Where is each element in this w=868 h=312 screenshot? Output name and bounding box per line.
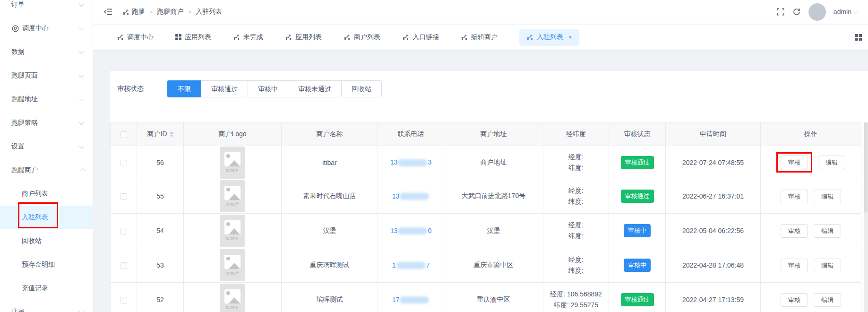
column-header: 审核状态 <box>609 122 666 146</box>
merchant-logo-placeholder: 暂无图片 <box>220 147 245 179</box>
lat-lng: 经度: 106.568892纬度: 29.55275 <box>543 283 609 312</box>
merchant-id: 52 <box>137 283 184 312</box>
column-header: 商户Logo <box>184 122 282 146</box>
sidebar-item-errand-merchants[interactable]: 跑腿商户 <box>0 158 93 182</box>
location-icon <box>11 25 19 33</box>
refresh-icon[interactable] <box>792 8 801 16</box>
scooter-icon <box>117 34 124 41</box>
edit-button[interactable]: 编辑 <box>814 293 841 307</box>
apply-time: 2022-04-28 17:06:48 <box>666 248 761 283</box>
column-header: 商户ID <box>147 130 167 139</box>
tab-entry-list-active[interactable]: 入驻列表 × <box>519 29 579 46</box>
merchant-logo-placeholder: 暂无图片 <box>220 215 245 247</box>
status-badge: 审核通过 <box>621 190 654 203</box>
top-header: 跑腿 > 跑腿商户 > 入驻列表 admin <box>93 0 868 24</box>
tab-options-icon[interactable] <box>855 34 862 41</box>
column-header: 操作 <box>761 122 861 146</box>
close-icon[interactable]: × <box>568 34 572 41</box>
avatar[interactable] <box>808 3 826 21</box>
filter-button-rejected[interactable]: 审核未通过 <box>288 80 342 97</box>
filter-button-approved[interactable]: 审核通过 <box>201 80 248 97</box>
tab-app-list-2[interactable]: 应用列表 <box>285 33 322 42</box>
tab-app-list-1[interactable]: 应用列表 <box>175 33 211 42</box>
tab-bar: 调度中心 应用列表 未完成 应用列表 商户列表 入口链接 编辑商户 <box>93 25 868 50</box>
sidebar-item-orders[interactable]: 订单 <box>0 0 93 17</box>
filter-button-recycle[interactable]: 回收站 <box>341 80 382 97</box>
menu-fold-icon[interactable] <box>103 8 113 16</box>
scooter-icon <box>402 34 409 41</box>
table-scrollbar[interactable] <box>864 122 868 312</box>
merchant-table: 商户ID 商户Logo 商户名称 联系电话 商户地址 经纬度 审核状态 申请时间… <box>110 122 861 312</box>
sidebar-item-errand-pages[interactable]: 跑腿页面 <box>0 64 93 87</box>
chevron-up-icon <box>80 168 86 173</box>
status-badge: 审核通过 <box>621 156 654 169</box>
sidebar-item-recharge-records[interactable]: 充值记录 <box>0 277 93 300</box>
review-button[interactable]: 审核 <box>781 293 808 307</box>
phone-link[interactable]: 17 <box>392 296 430 303</box>
merchant-name: 汉堡 <box>282 214 378 248</box>
tab-dispatch-center[interactable]: 调度中心 <box>117 33 154 42</box>
filter-button-reviewing[interactable]: 审核中 <box>248 80 288 97</box>
merchant-id: 55 <box>137 179 184 214</box>
edit-button[interactable]: 编辑 <box>818 156 845 169</box>
sidebar-item-entry-list[interactable]: 入驻列表 <box>0 206 93 229</box>
row-checkbox[interactable] <box>120 228 127 234</box>
sidebar-item-settings[interactable]: 设置 <box>0 135 93 158</box>
merchant-logo-placeholder: 暂无图片 <box>220 180 245 212</box>
merchant-logo-placeholder: 暂无图片 <box>220 284 245 312</box>
image-icon <box>224 289 241 303</box>
column-header: 经纬度 <box>543 122 609 146</box>
sidebar-item-staff[interactable]: 店员 <box>0 300 93 312</box>
blurred-digits <box>400 193 429 200</box>
sidebar-item-merchant-list[interactable]: 商户列表 <box>0 182 93 206</box>
tab-merchant-list[interactable]: 商户列表 <box>344 33 380 42</box>
user-menu[interactable]: admin <box>834 8 858 16</box>
review-button[interactable]: 审核 <box>781 259 808 272</box>
filter-button-all[interactable]: 不限 <box>167 80 201 97</box>
review-button[interactable]: 审核 <box>781 190 808 203</box>
sidebar-item-dispatch-center[interactable]: 调度中心 <box>0 17 93 40</box>
blurred-digits <box>398 159 427 166</box>
select-all-checkbox[interactable] <box>120 131 127 138</box>
phone-link[interactable]: 13 <box>392 192 430 200</box>
row-checkbox[interactable] <box>120 160 127 166</box>
scooter-icon <box>285 34 292 41</box>
tab-unfinished[interactable]: 未完成 <box>233 33 263 42</box>
review-button[interactable]: 审核 <box>781 224 808 238</box>
sidebar-item-data[interactable]: 数据 <box>0 40 93 64</box>
phone-link[interactable]: 130 <box>390 227 431 234</box>
row-checkbox[interactable] <box>120 193 127 200</box>
tab-edit-merchant[interactable]: 编辑商户 <box>461 33 498 42</box>
tab-entry-link[interactable]: 入口链接 <box>402 33 439 42</box>
row-checkbox[interactable] <box>120 262 127 269</box>
phone-link[interactable]: 133 <box>390 158 431 166</box>
sidebar-item-deposit-details[interactable]: 预存金明细 <box>0 253 93 277</box>
phone-link[interactable]: 17 <box>392 261 430 269</box>
edit-button[interactable]: 编辑 <box>814 190 841 203</box>
apply-time: 2022-04-27 17:13:59 <box>666 283 761 312</box>
sort-icon[interactable] <box>170 131 173 137</box>
breadcrumb-separator: > <box>149 9 153 16</box>
blurred-digits <box>396 262 426 269</box>
sidebar-item-errand-address[interactable]: 跑腿地址 <box>0 87 93 111</box>
breadcrumb: 跑腿 > 跑腿商户 > 入驻列表 <box>122 8 222 16</box>
scrollbar-thumb[interactable] <box>864 122 868 212</box>
row-checkbox[interactable] <box>120 297 127 303</box>
merchant-id: 56 <box>137 146 184 179</box>
fullscreen-icon[interactable] <box>776 8 785 16</box>
table-header-row: 商户ID 商户Logo 商户名称 联系电话 商户地址 经纬度 审核状态 申请时间… <box>111 122 861 146</box>
sidebar-item-errand-strategy[interactable]: 跑腿策略 <box>0 111 93 135</box>
merchant-name: itibar <box>282 146 378 179</box>
breadcrumb-section[interactable]: 跑腿商户 <box>157 8 184 16</box>
apply-time: 2022-05-04 06:22:56 <box>666 214 761 248</box>
merchant-name: 重庆瑸晖测试 <box>282 248 378 283</box>
breadcrumb-current: 入驻列表 <box>196 8 222 16</box>
breadcrumb-root[interactable]: 跑腿 <box>122 8 145 16</box>
merchant-address: 大武口前进北路170号 <box>444 179 543 214</box>
sidebar-item-recycle-bin[interactable]: 回收站 <box>0 229 93 253</box>
edit-button[interactable]: 编辑 <box>814 259 841 272</box>
apply-time: 2022-07-24 07:48:55 <box>666 146 761 179</box>
review-button[interactable]: 审核 <box>781 156 808 169</box>
edit-button[interactable]: 编辑 <box>814 224 841 238</box>
table-row: 52 暂无图片 瑸晖测试 17 重庆渝中区 经度: 106.568892纬度: … <box>111 283 861 312</box>
